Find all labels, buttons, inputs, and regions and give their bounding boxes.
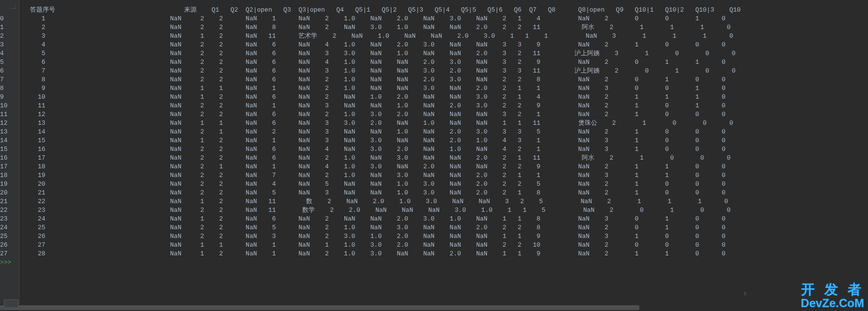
table-row: 18 19 NaN 2 2 NaN 7 NaN 2 1.0 NaN 3.0 Na… bbox=[0, 171, 748, 180]
right-overflow-column bbox=[748, 0, 868, 311]
table-row: 9 10 NaN 1 2 NaN 6 NaN 2 NaN 1.0 2.0 NaN… bbox=[0, 93, 748, 102]
table-row: 23 24 NaN 1 2 NaN 6 NaN 2 NaN NaN 2.0 3.… bbox=[0, 215, 748, 223]
table-row: 19 20 NaN 2 2 NaN 4 NaN 5 NaN NaN 1.0 3.… bbox=[0, 180, 748, 189]
table-row: 25 26 NaN 2 2 NaN 3 NaN 2 3.0 1.0 2.0 Na… bbox=[0, 232, 748, 241]
watermark: 开 发 者 DevZe.CoM bbox=[801, 282, 864, 309]
corner-indicator: c bbox=[744, 291, 747, 296]
table-row: 2 3 NaN 1 2 NaN 11 艺术学 2 NaN 1.0 NaN NaN… bbox=[0, 32, 748, 41]
table-header-row: 答题序号 来源 Q1 Q2 Q2|open Q3 Q3|open Q4 Q5|1… bbox=[0, 6, 748, 15]
horizontal-scroll-thumb[interactable] bbox=[0, 305, 639, 310]
table-row: 10 11 NaN 2 2 NaN 1 NaN 3 NaN NaN 1.0 Na… bbox=[0, 102, 748, 110]
table-row: 3 4 NaN 2 2 NaN 6 NaN 4 1.0 NaN 2.0 3.0 … bbox=[0, 41, 748, 49]
table-row: 1 2 NaN 2 2 NaN 8 NaN 2 NaN 3.0 1.0 NaN … bbox=[0, 23, 748, 32]
horizontal-scrollbar[interactable] bbox=[0, 304, 748, 311]
table-row: 24 25 NaN 2 2 NaN 5 NaN 2 1.0 NaN 3.0 Na… bbox=[0, 223, 748, 232]
table-row: 5 6 NaN 2 2 NaN 6 NaN 4 1.0 NaN NaN 2.0 … bbox=[0, 58, 748, 67]
table-row: 22 23 NaN 2 2 NaN 11 数学 2 2.0 NaN NaN Na… bbox=[0, 206, 748, 215]
table-row: 20 21 NaN 2 2 NaN 5 NaN 3 NaN NaN 1.0 3.… bbox=[0, 189, 748, 197]
table-row: 26 27 NaN 1 1 NaN 1 NaN 1 1.0 3.0 2.0 Na… bbox=[0, 241, 748, 250]
table-row: 11 12 NaN 2 2 NaN 6 NaN 2 1.0 3.0 2.0 Na… bbox=[0, 110, 748, 119]
table-row: 16 17 NaN 2 2 NaN 6 NaN 2 1.0 NaN 3.0 Na… bbox=[0, 154, 748, 163]
table-row: 27 28 NaN 1 2 NaN 1 NaN 2 1.0 3.0 NaN Na… bbox=[0, 250, 748, 258]
watermark-top: 开 发 者 bbox=[801, 282, 864, 296]
table-row: 21 22 NaN 1 2 NaN 11 数 2 NaN 2.0 1.0 3.0… bbox=[0, 197, 748, 206]
table-row: 4 5 NaN 2 2 NaN 6 NaN 3 3.0 NaN 1.0 NaN … bbox=[0, 49, 748, 58]
console-output[interactable]: 答题序号 来源 Q1 Q2 Q2|open Q3 Q3|open Q4 Q5|1… bbox=[0, 0, 748, 311]
prompt-line[interactable]: >>> bbox=[0, 258, 748, 267]
table-row: 13 14 NaN 2 1 NaN 2 NaN 3 NaN NaN 1.0 Na… bbox=[0, 128, 748, 136]
tab-stub[interactable] bbox=[4, 299, 18, 307]
table-row: 6 7 NaN 2 2 NaN 6 NaN 3 1.0 NaN NaN 3.0 … bbox=[0, 67, 748, 75]
table-row: 7 8 NaN 2 2 NaN 6 NaN 2 1.0 NaN NaN 2.0 … bbox=[0, 75, 748, 84]
table-row: 14 15 NaN 1 2 NaN 1 NaN 3 NaN 3.0 NaN Na… bbox=[0, 136, 748, 145]
table-row: 15 16 NaN 2 2 NaN 6 NaN 4 NaN 3.0 2.0 Na… bbox=[0, 145, 748, 154]
table-row: 0 1 NaN 2 2 NaN 1 NaN 2 1.0 NaN 2.0 NaN … bbox=[0, 15, 748, 23]
table-row: 8 9 NaN 1 1 NaN 1 NaN 2 1.0 NaN NaN 3.0 … bbox=[0, 84, 748, 93]
table-row: 17 18 NaN 2 1 NaN 1 NaN 4 1.0 3.0 NaN 2.… bbox=[0, 163, 748, 171]
watermark-bottom: DevZe.CoM bbox=[801, 297, 864, 309]
table-row: 12 13 NaN 1 1 NaN 6 NaN 3 3.0 2.0 NaN 1.… bbox=[0, 119, 748, 128]
